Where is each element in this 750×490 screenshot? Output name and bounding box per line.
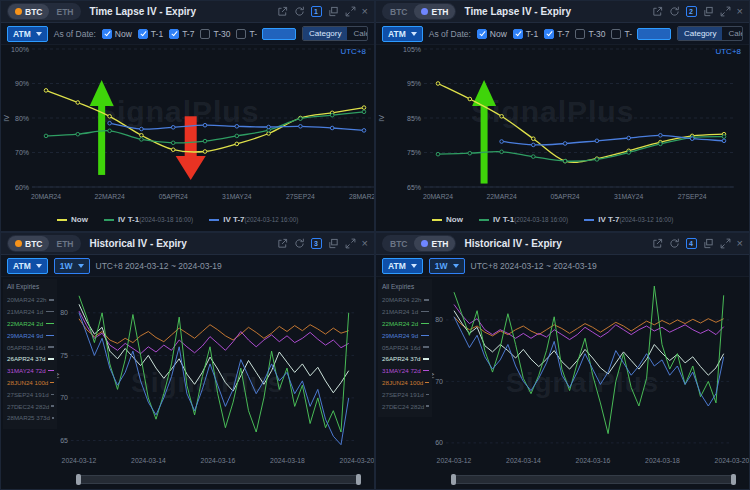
strike-dropdown[interactable]: ATM (7, 258, 48, 274)
coin-tab-eth[interactable]: ETH (49, 4, 80, 19)
view-toggle: CategoryCalendar (677, 26, 743, 41)
legend-item[interactable]: IV T-1(2024-03-18 16:00) (104, 215, 193, 224)
checkbox-t-[interactable] (611, 29, 621, 39)
header-icons: 3 × (277, 238, 368, 249)
refresh-icon[interactable] (669, 6, 680, 17)
close-icon[interactable]: × (362, 238, 368, 249)
coin-tab-eth[interactable]: ETH (414, 236, 455, 251)
expand-icon[interactable] (720, 238, 731, 249)
share-icon[interactable] (652, 6, 663, 17)
as-of-option: Now (102, 29, 132, 39)
calendar-button[interactable]: Calendar (722, 27, 743, 40)
expiry-legend-item[interactable]: 27DEC24 282d (382, 400, 429, 412)
expiry-legend-item[interactable]: 26APR24 37d (7, 353, 54, 365)
legend-swatch (423, 370, 429, 372)
expiry-legend-item[interactable]: 21MAR24 1d (382, 306, 429, 318)
slider-handle-left[interactable] (451, 474, 456, 485)
expiry-legend-item[interactable]: 05APR24 16d (7, 341, 54, 353)
window-number-icon[interactable]: 1 (311, 6, 322, 17)
close-icon[interactable]: × (737, 238, 743, 249)
expiry-legend-item[interactable]: 27SEP24 191d (7, 388, 54, 400)
expiry-legend-item[interactable]: 22MAR24 2d (7, 318, 54, 330)
share-icon[interactable] (277, 238, 288, 249)
legend-item[interactable]: IV T-7(2024-03-12 16:00) (584, 215, 673, 224)
copy-icon[interactable] (328, 6, 339, 17)
expiry-legend-item[interactable]: 20MAR24 22h (7, 294, 54, 306)
expiry-legend-item[interactable]: 28JUN24 100d (7, 377, 54, 389)
historical-chart-canvas[interactable]: 8070602024-03-122024-03-142024-03-162024… (432, 277, 750, 473)
close-icon[interactable]: × (362, 6, 368, 17)
copy-icon[interactable] (328, 238, 339, 249)
period-dropdown[interactable]: 1W (54, 258, 90, 274)
coin-tab-btc[interactable]: BTC (383, 4, 414, 19)
calendar-button[interactable]: Calendar (347, 27, 368, 40)
checkbox-t-7[interactable] (544, 29, 554, 39)
legend-item[interactable]: IV T-1(2024-03-18 16:00) (479, 215, 568, 224)
checkbox-t-1[interactable] (513, 29, 523, 39)
timelapse-chart-canvas[interactable]: 100%90%80%70%60%20MAR2422MAR2405APR2431M… (1, 45, 375, 205)
expiry-legend-item[interactable]: 31MAY24 72d (382, 365, 429, 377)
expand-icon[interactable] (345, 238, 356, 249)
share-icon[interactable] (652, 238, 663, 249)
legend-swatch (48, 370, 54, 372)
legend-item[interactable]: Now (57, 215, 88, 224)
coin-tab-btc[interactable]: BTC (8, 4, 49, 19)
coin-tab-eth[interactable]: ETH (414, 4, 455, 19)
period-dropdown[interactable]: 1W (429, 258, 465, 274)
expiry-legend-item[interactable]: 27DEC24 282d (7, 400, 54, 412)
coin-tab-btc[interactable]: BTC (383, 236, 414, 251)
panel-eth-historical: BTCETH Historical IV - Expiry 4 × ATM 1W… (375, 232, 750, 490)
checkbox-t-1[interactable] (138, 29, 148, 39)
expand-icon[interactable] (345, 6, 356, 17)
expiry-legend-item[interactable]: 20MAR24 22h (382, 294, 429, 306)
strike-dropdown[interactable]: ATM (382, 26, 423, 42)
expiry-legend-item[interactable]: 05APR24 16d (382, 341, 429, 353)
share-icon[interactable] (277, 6, 288, 17)
category-button[interactable]: Category (678, 27, 722, 40)
svg-text:2024-03-18: 2024-03-18 (645, 457, 680, 464)
expiry-legend-item[interactable]: 26APR24 37d (382, 353, 429, 365)
checkbox-t-7[interactable] (169, 29, 179, 39)
legend-item[interactable]: IV T-7(2024-03-12 16:00) (209, 215, 298, 224)
time-range-slider[interactable] (451, 475, 736, 484)
checkbox-t-30[interactable] (575, 29, 585, 39)
expiry-legend-item[interactable]: 28MAR25 373d (7, 412, 54, 424)
legend-swatch (426, 405, 429, 407)
expiry-legend-item[interactable]: 22MAR24 2d (382, 318, 429, 330)
copy-icon[interactable] (703, 6, 714, 17)
t-custom-input[interactable] (262, 28, 296, 40)
checkbox-t-[interactable] (236, 29, 246, 39)
strike-dropdown[interactable]: ATM (382, 258, 423, 274)
slider-handle-left[interactable] (76, 474, 81, 485)
strike-dropdown[interactable]: ATM (7, 26, 48, 42)
expand-icon[interactable] (720, 6, 731, 17)
time-range-slider[interactable] (76, 475, 361, 484)
legend-item[interactable]: Now (432, 215, 463, 224)
window-number-icon[interactable]: 4 (686, 238, 697, 249)
expiry-legend-item[interactable]: 29MAR24 9d (382, 329, 429, 341)
coin-tab-eth[interactable]: ETH (49, 236, 80, 251)
expiry-legend-item[interactable]: 31MAY24 72d (7, 365, 54, 377)
checkbox-now[interactable] (102, 29, 112, 39)
expiry-legend-item[interactable]: 29MAR24 9d (7, 329, 54, 341)
slider-handle-right[interactable] (731, 474, 736, 485)
window-number-icon[interactable]: 3 (311, 238, 322, 249)
category-button[interactable]: Category (303, 27, 347, 40)
checkbox-now[interactable] (477, 29, 487, 39)
expiry-legend-item[interactable]: 27SEP24 191d (382, 388, 429, 400)
expiry-legend-item[interactable]: 28JUN24 100d (382, 377, 429, 389)
timelapse-chart-canvas[interactable]: 105%95%85%75%65%20MAR2422MAR2405APR2431M… (376, 45, 750, 205)
svg-text:05APR24: 05APR24 (551, 193, 580, 200)
window-number-icon[interactable]: 2 (686, 6, 697, 17)
refresh-icon[interactable] (294, 6, 305, 17)
historical-chart-canvas[interactable]: 807570652024-03-122024-03-142024-03-1620… (57, 277, 375, 473)
slider-handle-right[interactable] (356, 474, 361, 485)
copy-icon[interactable] (703, 238, 714, 249)
checkbox-t-30[interactable] (200, 29, 210, 39)
expiry-legend-item[interactable]: 21MAR24 1d (7, 306, 54, 318)
close-icon[interactable]: × (737, 6, 743, 17)
refresh-icon[interactable] (669, 238, 680, 249)
t-custom-input[interactable] (637, 28, 671, 40)
refresh-icon[interactable] (294, 238, 305, 249)
coin-tab-btc[interactable]: BTC (8, 236, 49, 251)
